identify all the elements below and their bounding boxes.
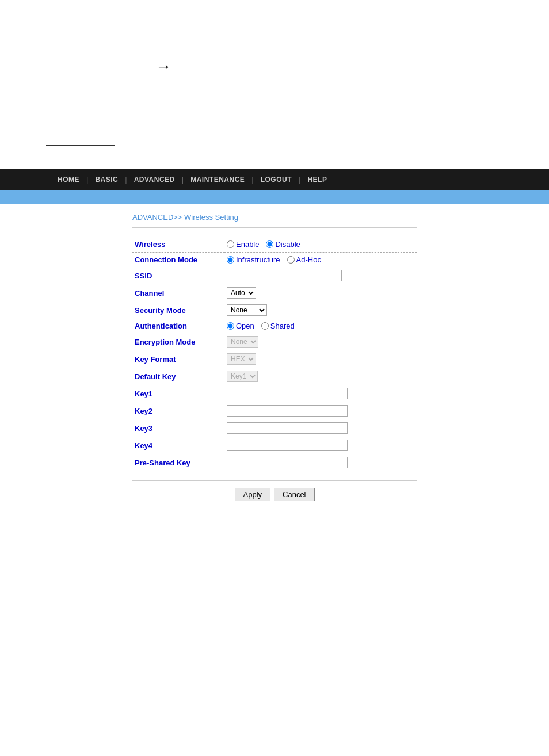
wireless-enable-radio[interactable] — [227, 240, 234, 248]
key3-label: Key3 — [132, 419, 224, 437]
ssid-row: SSID — [132, 267, 417, 284]
ssid-label: SSID — [132, 267, 224, 284]
security-mode-row: Security Mode None — [132, 301, 417, 319]
nav-sep-2: | — [125, 175, 127, 184]
default-key-row: Default Key Key1 — [132, 368, 417, 385]
channel-row: Channel Auto — [132, 284, 417, 301]
default-key-select[interactable]: Key1 — [227, 371, 258, 382]
pre-shared-key-input[interactable] — [227, 457, 348, 468]
nav-advanced[interactable]: ADVANCED — [134, 175, 175, 184]
key4-input[interactable] — [227, 440, 348, 451]
apply-button[interactable]: Apply — [235, 488, 271, 501]
nav-help[interactable]: HELP — [307, 175, 327, 184]
nav-sep-3: | — [182, 175, 184, 184]
ssid-input[interactable] — [227, 270, 342, 281]
key1-label: Key1 — [132, 385, 224, 402]
shared-text: Shared — [270, 322, 295, 330]
cancel-button[interactable]: Cancel — [274, 488, 314, 501]
navbar: HOME | BASIC | ADVANCED | MAINTENANCE | … — [0, 169, 549, 190]
adhoc-text: Ad-Hoc — [296, 255, 321, 264]
breadcrumb-separator: >> — [173, 213, 184, 222]
button-row: Apply Cancel — [132, 488, 417, 501]
wireless-settings-form: Wireless Enable Disable — [132, 237, 417, 471]
open-label[interactable]: Open — [227, 322, 254, 330]
blue-header-bar — [0, 190, 549, 204]
nav-sep-5: | — [299, 175, 300, 184]
wireless-row: Wireless Enable Disable — [132, 237, 417, 253]
open-text: Open — [236, 322, 254, 330]
shared-label[interactable]: Shared — [261, 322, 295, 330]
wireless-enable-text: Enable — [236, 240, 259, 249]
wireless-disable-label[interactable]: Disable — [266, 240, 300, 249]
nav-maintenance[interactable]: MAINTENANCE — [190, 175, 245, 184]
open-radio[interactable] — [227, 322, 234, 330]
key2-label: Key2 — [132, 402, 224, 419]
encryption-mode-row: Encryption Mode None — [132, 333, 417, 350]
main-content: ADVANCED>> Wireless Setting Wireless Ena… — [0, 204, 549, 510]
shared-radio[interactable] — [261, 322, 269, 330]
authentication-label: Authentication — [132, 319, 224, 333]
channel-select[interactable]: Auto — [227, 287, 256, 299]
key3-row: Key3 — [132, 419, 417, 437]
arrow-icon: → — [155, 58, 171, 75]
wireless-disable-radio[interactable] — [266, 240, 273, 248]
connection-mode-radio-group: Infrastructure Ad-Hoc — [227, 255, 414, 264]
channel-label: Channel — [132, 284, 224, 301]
nav-home[interactable]: HOME — [58, 175, 79, 184]
encryption-mode-label: Encryption Mode — [132, 333, 224, 350]
breadcrumb: ADVANCED>> Wireless Setting — [132, 213, 417, 222]
key4-row: Key4 — [132, 437, 417, 454]
nav-sep-4: | — [251, 175, 253, 184]
security-mode-label: Security Mode — [132, 301, 224, 319]
authentication-radio-group: Open Shared — [227, 322, 414, 330]
security-mode-select[interactable]: None — [227, 304, 267, 316]
breadcrumb-parent[interactable]: ADVANCED — [132, 213, 173, 222]
default-key-label: Default Key — [132, 368, 224, 385]
key-format-row: Key Format HEX — [132, 350, 417, 368]
key4-label: Key4 — [132, 437, 224, 454]
infrastructure-label[interactable]: Infrastructure — [227, 255, 280, 264]
wireless-enable-label[interactable]: Enable — [227, 240, 259, 249]
key3-input[interactable] — [227, 422, 348, 434]
key2-input[interactable] — [227, 405, 348, 417]
connection-mode-row: Connection Mode Infrastructure Ad-Hoc — [132, 253, 417, 268]
wireless-radio-group: Enable Disable — [227, 240, 414, 249]
nav-sep-1: | — [86, 175, 88, 184]
top-divider — [132, 227, 417, 228]
key2-row: Key2 — [132, 402, 417, 419]
key-format-select[interactable]: HEX — [227, 353, 256, 365]
infrastructure-radio[interactable] — [227, 256, 234, 264]
pre-shared-key-row: Pre-Shared Key — [132, 454, 417, 471]
adhoc-label[interactable]: Ad-Hoc — [287, 255, 321, 264]
connection-mode-label: Connection Mode — [132, 253, 224, 268]
nav-logout[interactable]: LOGOUT — [261, 175, 292, 184]
key-format-label: Key Format — [132, 350, 224, 368]
key1-input[interactable] — [227, 388, 348, 399]
breadcrumb-current: Wireless Setting — [184, 213, 238, 222]
adhoc-radio[interactable] — [287, 256, 295, 264]
horizontal-rule — [46, 145, 115, 146]
infrastructure-text: Infrastructure — [236, 255, 280, 264]
arrow-symbol: → — [0, 0, 549, 76]
authentication-row: Authentication Open Shared — [132, 319, 417, 333]
wireless-disable-text: Disable — [275, 240, 300, 249]
pre-shared-key-label: Pre-Shared Key — [132, 454, 224, 471]
nav-basic[interactable]: BASIC — [95, 175, 118, 184]
wireless-label: Wireless — [132, 237, 224, 253]
encryption-mode-select[interactable]: None — [227, 336, 258, 348]
key1-row: Key1 — [132, 385, 417, 402]
bottom-divider — [132, 480, 417, 481]
